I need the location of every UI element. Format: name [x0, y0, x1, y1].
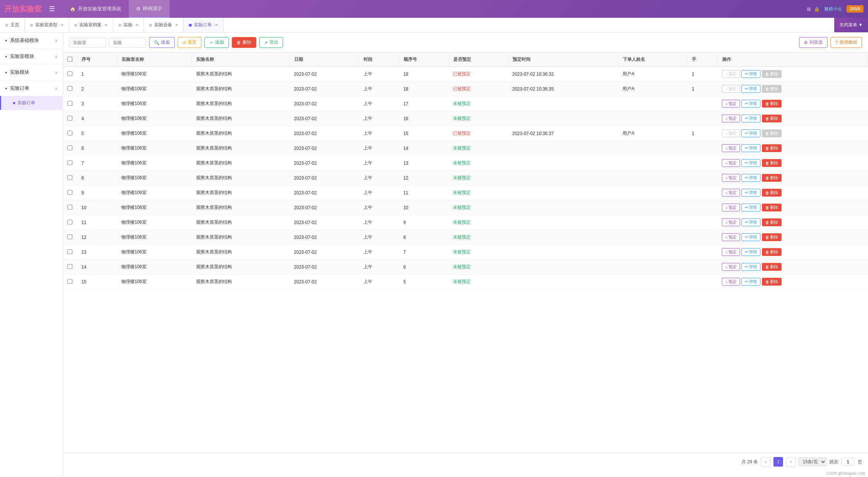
tab-close-expdevice[interactable]: ✕: [175, 23, 178, 27]
reserve-icon: ○: [725, 161, 728, 165]
delete-row-button[interactable]: 🗑 删除: [762, 233, 782, 241]
row-checkbox[interactable]: [68, 86, 72, 91]
batch-delete-button[interactable]: 🗑 删除: [232, 37, 256, 48]
detail-button[interactable]: ✏ 详情: [742, 278, 760, 286]
detail-button[interactable]: ✏ 详情: [742, 115, 760, 122]
reserve-button[interactable]: ○ 预定: [722, 248, 740, 256]
reserve-button: ○ 预定: [722, 129, 740, 137]
row-checkbox[interactable]: [68, 116, 72, 121]
sidebar-section-basic-header[interactable]: ▪ 系统基础模块 ∨: [0, 33, 63, 48]
row-checkbox[interactable]: [68, 71, 72, 76]
tab-lab-type[interactable]: 实验室类型 ✕: [25, 18, 69, 33]
reserve-button[interactable]: ○ 预定: [722, 218, 740, 226]
delete-row-button[interactable]: 🗑 删除: [762, 174, 782, 182]
sidebar-item-exp-order[interactable]: 实验订单: [0, 96, 63, 110]
delete-row-button[interactable]: 🗑 删除: [762, 189, 782, 197]
reserve-button[interactable]: ○ 预定: [722, 144, 740, 152]
lab-search-input[interactable]: [69, 38, 106, 47]
tab-lab-file[interactable]: 实验室档案 ✕: [69, 18, 113, 33]
row-checkbox[interactable]: [68, 249, 72, 254]
menu-toggle-icon[interactable]: ☰: [46, 3, 58, 14]
detail-button[interactable]: ✏ 详情: [742, 100, 760, 108]
tab-exp-device[interactable]: 实验设备 ✕: [144, 18, 184, 33]
select-all-checkbox[interactable]: [68, 57, 72, 62]
detail-button[interactable]: ✏ 详情: [742, 204, 760, 211]
detail-button[interactable]: ✏ 详情: [742, 189, 760, 197]
tab-exp-order[interactable]: 实验订单 ✕: [184, 18, 223, 33]
detail-button[interactable]: ✏ 详情: [742, 263, 760, 271]
row-seq: 3: [77, 96, 117, 111]
next-page-button[interactable]: ›: [786, 457, 796, 467]
row-hand: [687, 230, 717, 245]
reserve-button[interactable]: ○ 预定: [722, 263, 740, 271]
sidebar-section-experiment-header[interactable]: ▪ 实验模块 ∨: [0, 65, 63, 80]
reserve-button[interactable]: ○ 预定: [722, 233, 740, 241]
nav-item-demo[interactable]: ⚙ 样例演示: [129, 0, 170, 18]
close-menu-button[interactable]: 关闭菜单 ▼: [834, 18, 868, 33]
reset-button[interactable]: ↺ 重置: [178, 37, 201, 48]
row-checkbox[interactable]: [68, 175, 72, 180]
reserve-icon: ○: [725, 146, 728, 151]
tutorial-button[interactable]: ? 使用教程: [831, 37, 862, 48]
translate-icon[interactable]: ⊞: [807, 6, 811, 12]
row-checkbox[interactable]: [68, 101, 72, 106]
detail-button[interactable]: ✏ 详情: [742, 248, 760, 256]
row-checkbox[interactable]: [68, 234, 72, 239]
lock-icon[interactable]: 🔒: [814, 6, 820, 12]
tab-close-exporder[interactable]: ✕: [215, 23, 218, 27]
row-checkbox[interactable]: [68, 160, 72, 165]
delete-row-button[interactable]: 🗑 删除: [762, 263, 782, 271]
delete-row-button[interactable]: 🗑 删除: [762, 100, 782, 108]
delete-row-button[interactable]: 🗑 删除: [762, 204, 782, 211]
delete-row-button[interactable]: 🗑 删除: [762, 248, 782, 256]
detail-button[interactable]: ✏ 详情: [742, 218, 760, 226]
delete-row-button[interactable]: 🗑 删除: [762, 218, 782, 226]
table-row: 8 物理楼106室 观察木质茎的结构 2023-07-02 上午 12 未被预定…: [63, 171, 868, 185]
row-checkbox[interactable]: [68, 220, 72, 224]
reserve-button[interactable]: ○ 预定: [722, 189, 740, 197]
row-checkbox[interactable]: [68, 190, 72, 195]
row-order-no: 18: [399, 82, 448, 96]
reserve-button[interactable]: ○ 预定: [722, 204, 740, 211]
row-checkbox[interactable]: [68, 264, 72, 269]
detail-button[interactable]: ✏ 详情: [742, 144, 760, 152]
tab-close-exp[interactable]: ✕: [135, 23, 138, 27]
delete-row-button[interactable]: 🗑 删除: [762, 159, 782, 167]
row-checkbox[interactable]: [68, 205, 72, 210]
row-checkbox[interactable]: [68, 131, 72, 135]
detail-button[interactable]: ✏ 详情: [742, 70, 760, 78]
page-size-select[interactable]: 15条/页 20条/页 50条/页: [799, 457, 826, 466]
current-page-button[interactable]: 2: [773, 457, 783, 467]
reserve-button[interactable]: ○ 预定: [722, 174, 740, 182]
filter-button[interactable]: ⚙ 列筛选: [799, 37, 828, 48]
reserve-button[interactable]: ○ 预定: [722, 115, 740, 122]
detail-button[interactable]: ✏ 详情: [742, 129, 760, 137]
delete-row-button[interactable]: 🗑 删除: [762, 278, 782, 286]
add-button[interactable]: ＋ 添加: [204, 37, 229, 48]
sidebar-section-order-header[interactable]: ▪ 实验订单 ∧: [0, 80, 63, 96]
delete-row-button[interactable]: 🗑 删除: [762, 144, 782, 152]
detail-button[interactable]: ✏ 详情: [742, 174, 760, 182]
reserve-button[interactable]: ○ 预定: [722, 100, 740, 108]
nav-item-management[interactable]: 🏠 开放实验室管理系统: [62, 0, 129, 18]
search-button[interactable]: 🔍 搜索: [149, 37, 175, 48]
row-checkbox[interactable]: [68, 145, 72, 150]
detail-button[interactable]: ✏ 详情: [742, 159, 760, 167]
prev-page-button[interactable]: ‹: [761, 457, 770, 467]
sidebar-section-lab-header[interactable]: ▪ 实验室模块 ∨: [0, 49, 63, 64]
tab-close-labfile[interactable]: ✕: [105, 23, 108, 27]
goto-page-input[interactable]: [841, 458, 855, 466]
tab-exp[interactable]: 实验 ✕: [113, 18, 144, 33]
row-is-reserved: 未被预定: [448, 200, 508, 215]
export-button[interactable]: ↗ 导出: [259, 37, 283, 48]
detail-button[interactable]: ✏ 详情: [742, 233, 760, 241]
delete-row-button[interactable]: 🗑 删除: [762, 115, 782, 122]
tab-close-labtype[interactable]: ✕: [60, 23, 63, 27]
detail-button[interactable]: ✏ 详情: [742, 85, 760, 93]
experiment-module-icon: ▪: [5, 70, 7, 75]
tab-home[interactable]: 主页: [0, 18, 25, 33]
exp-search-input[interactable]: [109, 38, 146, 47]
row-checkbox[interactable]: [68, 279, 72, 284]
reserve-button[interactable]: ○ 预定: [722, 159, 740, 167]
reserve-button[interactable]: ○ 预定: [722, 278, 740, 286]
